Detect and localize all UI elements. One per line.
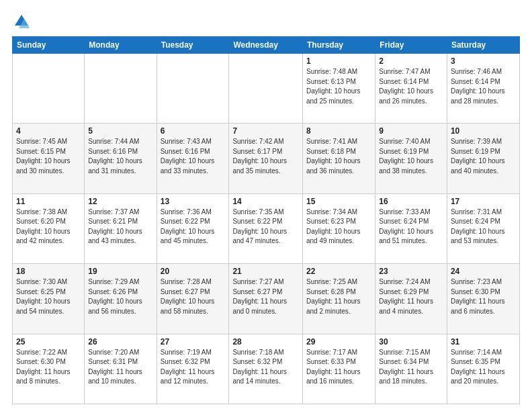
day-info: Sunrise: 7:45 AM Sunset: 6:15 PM Dayligh… — [16, 137, 81, 176]
day-info: Sunrise: 7:41 AM Sunset: 6:18 PM Dayligh… — [306, 137, 371, 176]
calendar-cell: 7Sunrise: 7:42 AM Sunset: 6:17 PM Daylig… — [229, 124, 303, 193]
header — [12, 12, 520, 31]
day-number: 25 — [16, 337, 81, 347]
day-number: 19 — [88, 267, 152, 276]
calendar-cell: 24Sunrise: 7:23 AM Sunset: 6:30 PM Dayli… — [447, 264, 519, 334]
day-info: Sunrise: 7:48 AM Sunset: 6:13 PM Dayligh… — [306, 67, 371, 106]
calendar-cell: 9Sunrise: 7:40 AM Sunset: 6:19 PM Daylig… — [375, 124, 447, 193]
calendar-cell: 4Sunrise: 7:45 AM Sunset: 6:15 PM Daylig… — [13, 124, 85, 193]
day-info: Sunrise: 7:14 AM Sunset: 6:35 PM Dayligh… — [451, 348, 516, 387]
day-info: Sunrise: 7:38 AM Sunset: 6:20 PM Dayligh… — [16, 208, 81, 246]
calendar-cell: 2Sunrise: 7:47 AM Sunset: 6:14 PM Daylig… — [375, 54, 447, 124]
week-row-0: 1Sunrise: 7:48 AM Sunset: 6:13 PM Daylig… — [13, 54, 520, 124]
day-number: 5 — [88, 126, 152, 136]
day-info: Sunrise: 7:30 AM Sunset: 6:25 PM Dayligh… — [16, 277, 81, 316]
calendar-cell — [85, 54, 157, 124]
calendar-cell: 6Sunrise: 7:43 AM Sunset: 6:16 PM Daylig… — [157, 124, 229, 193]
day-info: Sunrise: 7:28 AM Sunset: 6:27 PM Dayligh… — [161, 277, 226, 316]
calendar-cell: 16Sunrise: 7:33 AM Sunset: 6:24 PM Dayli… — [375, 193, 447, 263]
day-number: 8 — [306, 126, 371, 136]
day-number: 29 — [306, 337, 371, 347]
day-number: 17 — [451, 197, 516, 206]
day-info: Sunrise: 7:29 AM Sunset: 6:26 PM Dayligh… — [88, 277, 152, 316]
day-number: 2 — [379, 56, 443, 66]
calendar-cell: 10Sunrise: 7:39 AM Sunset: 6:19 PM Dayli… — [447, 124, 519, 193]
day-info: Sunrise: 7:33 AM Sunset: 6:24 PM Dayligh… — [379, 208, 443, 246]
header-day-thursday: Thursday — [302, 37, 375, 54]
calendar-cell: 27Sunrise: 7:19 AM Sunset: 6:32 PM Dayli… — [157, 334, 229, 404]
header-day-sunday: Sunday — [13, 37, 85, 54]
calendar-cell: 12Sunrise: 7:37 AM Sunset: 6:21 PM Dayli… — [85, 193, 157, 263]
calendar-cell: 23Sunrise: 7:24 AM Sunset: 6:29 PM Dayli… — [375, 264, 447, 334]
day-number: 28 — [232, 337, 299, 347]
calendar-header: SundayMondayTuesdayWednesdayThursdayFrid… — [13, 37, 520, 54]
day-info: Sunrise: 7:20 AM Sunset: 6:31 PM Dayligh… — [88, 348, 152, 387]
day-info: Sunrise: 7:34 AM Sunset: 6:23 PM Dayligh… — [306, 208, 371, 246]
header-day-friday: Friday — [375, 37, 447, 54]
day-number: 24 — [451, 267, 516, 276]
header-day-wednesday: Wednesday — [229, 37, 303, 54]
day-info: Sunrise: 7:19 AM Sunset: 6:32 PM Dayligh… — [161, 348, 226, 387]
day-number: 11 — [16, 197, 81, 206]
day-info: Sunrise: 7:17 AM Sunset: 6:33 PM Dayligh… — [306, 348, 371, 387]
calendar-cell: 18Sunrise: 7:30 AM Sunset: 6:25 PM Dayli… — [13, 264, 85, 334]
day-number: 31 — [451, 337, 516, 347]
calendar-cell: 25Sunrise: 7:22 AM Sunset: 6:30 PM Dayli… — [13, 334, 85, 404]
header-day-monday: Monday — [85, 37, 157, 54]
day-info: Sunrise: 7:35 AM Sunset: 6:22 PM Dayligh… — [232, 208, 299, 246]
day-number: 1 — [306, 56, 371, 66]
day-info: Sunrise: 7:40 AM Sunset: 6:19 PM Dayligh… — [379, 137, 443, 176]
day-number: 21 — [232, 267, 299, 276]
calendar-table: SundayMondayTuesdayWednesdayThursdayFrid… — [12, 36, 520, 404]
calendar-cell: 13Sunrise: 7:36 AM Sunset: 6:22 PM Dayli… — [157, 193, 229, 263]
day-info: Sunrise: 7:46 AM Sunset: 6:14 PM Dayligh… — [451, 67, 516, 106]
day-number: 20 — [161, 267, 226, 276]
day-number: 6 — [161, 126, 226, 136]
day-number: 14 — [232, 197, 299, 206]
day-info: Sunrise: 7:15 AM Sunset: 6:34 PM Dayligh… — [379, 348, 443, 387]
calendar-cell: 26Sunrise: 7:20 AM Sunset: 6:31 PM Dayli… — [85, 334, 157, 404]
calendar-cell: 29Sunrise: 7:17 AM Sunset: 6:33 PM Dayli… — [302, 334, 375, 404]
day-info: Sunrise: 7:18 AM Sunset: 6:32 PM Dayligh… — [232, 348, 299, 387]
day-info: Sunrise: 7:22 AM Sunset: 6:30 PM Dayligh… — [16, 348, 81, 387]
week-row-2: 11Sunrise: 7:38 AM Sunset: 6:20 PM Dayli… — [13, 193, 520, 263]
calendar-cell: 17Sunrise: 7:31 AM Sunset: 6:24 PM Dayli… — [447, 193, 519, 263]
week-row-4: 25Sunrise: 7:22 AM Sunset: 6:30 PM Dayli… — [13, 334, 520, 404]
calendar-cell: 19Sunrise: 7:29 AM Sunset: 6:26 PM Dayli… — [85, 264, 157, 334]
day-info: Sunrise: 7:42 AM Sunset: 6:17 PM Dayligh… — [232, 137, 299, 176]
day-number: 27 — [161, 337, 226, 347]
week-row-3: 18Sunrise: 7:30 AM Sunset: 6:25 PM Dayli… — [13, 264, 520, 334]
calendar-cell: 1Sunrise: 7:48 AM Sunset: 6:13 PM Daylig… — [302, 54, 375, 124]
day-number: 9 — [379, 126, 443, 136]
day-info: Sunrise: 7:37 AM Sunset: 6:21 PM Dayligh… — [88, 208, 152, 246]
page: SundayMondayTuesdayWednesdayThursdayFrid… — [0, 0, 532, 411]
calendar-cell: 22Sunrise: 7:25 AM Sunset: 6:28 PM Dayli… — [302, 264, 375, 334]
logo-icon — [12, 12, 31, 31]
day-number: 18 — [16, 267, 81, 276]
day-number: 16 — [379, 197, 443, 206]
calendar-cell: 15Sunrise: 7:34 AM Sunset: 6:23 PM Dayli… — [302, 193, 375, 263]
day-number: 12 — [88, 197, 152, 206]
header-day-tuesday: Tuesday — [157, 37, 229, 54]
calendar-cell — [157, 54, 229, 124]
day-info: Sunrise: 7:23 AM Sunset: 6:30 PM Dayligh… — [451, 277, 516, 316]
day-info: Sunrise: 7:39 AM Sunset: 6:19 PM Dayligh… — [451, 137, 516, 176]
day-info: Sunrise: 7:43 AM Sunset: 6:16 PM Dayligh… — [161, 137, 226, 176]
calendar-cell — [229, 54, 303, 124]
day-info: Sunrise: 7:31 AM Sunset: 6:24 PM Dayligh… — [451, 208, 516, 246]
calendar-cell: 20Sunrise: 7:28 AM Sunset: 6:27 PM Dayli… — [157, 264, 229, 334]
day-info: Sunrise: 7:44 AM Sunset: 6:16 PM Dayligh… — [88, 137, 152, 176]
day-number: 4 — [16, 126, 81, 136]
calendar-cell: 14Sunrise: 7:35 AM Sunset: 6:22 PM Dayli… — [229, 193, 303, 263]
day-number: 10 — [451, 126, 516, 136]
day-info: Sunrise: 7:36 AM Sunset: 6:22 PM Dayligh… — [161, 208, 226, 246]
calendar-cell — [13, 54, 85, 124]
day-number: 22 — [306, 267, 371, 276]
day-number: 30 — [379, 337, 443, 347]
header-day-saturday: Saturday — [447, 37, 519, 54]
calendar-cell: 11Sunrise: 7:38 AM Sunset: 6:20 PM Dayli… — [13, 193, 85, 263]
calendar-cell: 28Sunrise: 7:18 AM Sunset: 6:32 PM Dayli… — [229, 334, 303, 404]
day-number: 23 — [379, 267, 443, 276]
day-number: 13 — [161, 197, 226, 206]
day-number: 3 — [451, 56, 516, 66]
